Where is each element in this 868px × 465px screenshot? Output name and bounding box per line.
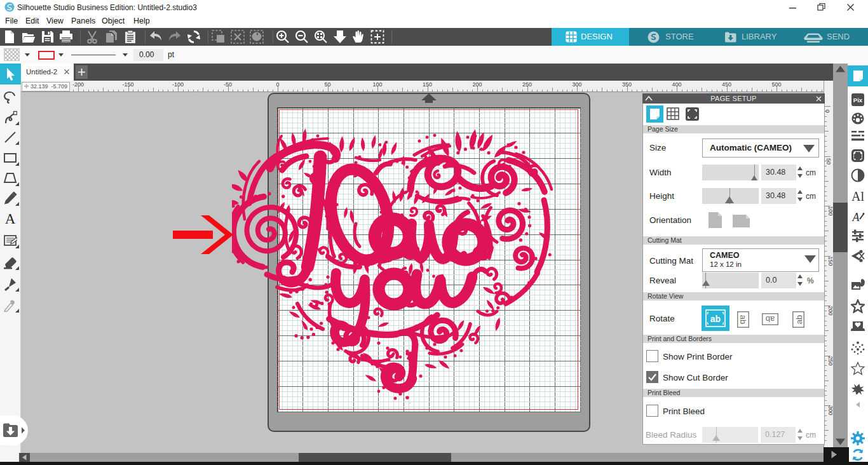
svg-text:ab: ab [766,314,775,324]
svg-text:Pix: Pix [853,97,863,104]
svg-text:A: A [5,212,16,226]
svg-text:A: A [852,211,860,224]
svg-text:Al: Al [851,190,864,203]
svg-text:ab: ab [710,314,721,324]
svg-text:ab: ab [794,315,804,324]
svg-text:ab: ab [738,315,748,324]
